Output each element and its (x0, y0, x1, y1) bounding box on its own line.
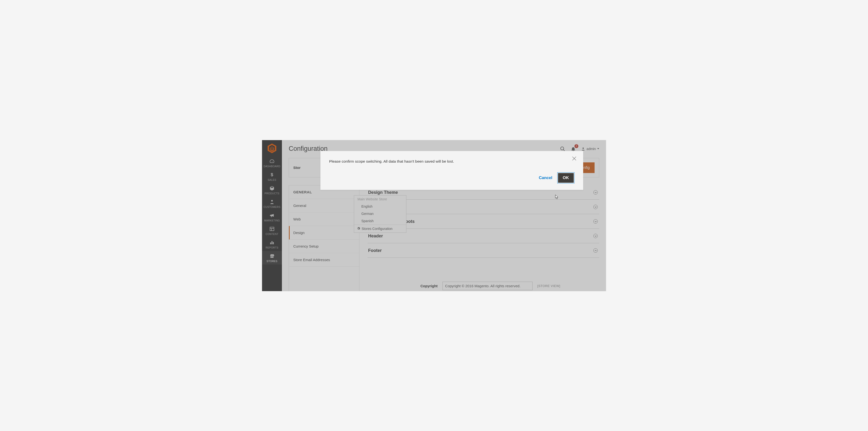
ok-button[interactable]: OK (557, 172, 575, 184)
confirm-scope-modal: Please confirm scope switching. All data… (320, 151, 583, 190)
modal-close-button[interactable] (571, 155, 578, 163)
modal-message: Please confirm scope switching. All data… (329, 159, 575, 164)
modal-actions: Cancel OK (329, 172, 575, 184)
app-frame: DASHBOARD $ SALES PRODUCTS CUSTOMERS MAR… (262, 140, 606, 291)
cancel-button[interactable]: Cancel (539, 175, 552, 180)
close-icon (571, 155, 578, 162)
